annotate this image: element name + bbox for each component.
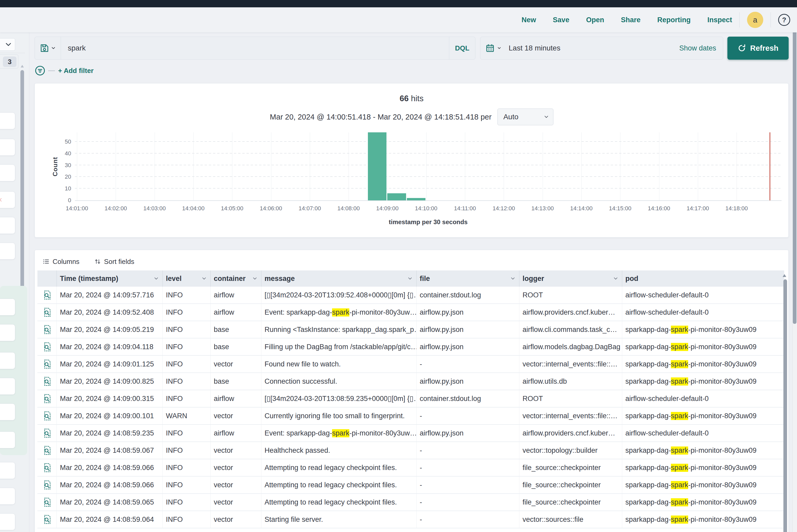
calendar-menu-button[interactable] [480,44,504,53]
sort-fields-button[interactable]: Sort fields [94,258,134,266]
chevron-down-icon [202,276,207,281]
column-header-time-timestamp-[interactable]: Time (timestamp) [57,270,163,287]
collapsed-sidebar: 3 × [0,33,29,532]
expand-document-button[interactable] [37,304,57,321]
cell-pod: airflow-scheduler-default-0 [622,304,783,321]
top-dark-bar [0,0,797,7]
cell-time: Mar 20, 2024 @ 14:09:00.101 [57,407,163,424]
help-icon[interactable]: ? [778,14,790,26]
columns-button[interactable]: Columns [43,258,79,266]
expand-document-button[interactable] [37,390,57,407]
sidebar-collapse-button[interactable] [0,38,15,51]
sidebar-scroll-up-arrow[interactable] [21,65,24,68]
field-card[interactable] [0,299,15,316]
x-axis-line [75,201,782,201]
expand-document-button[interactable] [37,339,57,355]
column-header-logger[interactable]: logger [519,270,622,287]
nav-new[interactable]: New [521,16,536,24]
column-header-message[interactable]: message [261,270,416,287]
expand-document-button[interactable] [37,459,57,476]
field-card[interactable] [0,165,15,181]
inspect-document-icon [43,290,52,300]
expand-document-button[interactable] [37,373,57,390]
column-header-container[interactable]: container [210,270,261,287]
cell-file: - [416,477,519,493]
nav-inspect[interactable]: Inspect [707,16,732,24]
field-card[interactable] [0,139,15,156]
expand-document-button[interactable] [37,425,57,441]
cell-file: container.stdout.log [416,390,519,407]
inspect-document-icon [43,428,52,438]
cell-container: airflow [210,425,261,441]
field-card[interactable]: × [0,191,15,208]
histogram-bar[interactable] [407,198,425,201]
chart-plot[interactable]: 14:01:0014:02:0014:03:0014:04:0014:05:00… [75,132,782,201]
cell-level: INFO [163,356,210,373]
x-tick-label: 14:17:00 [687,205,709,212]
column-header-file[interactable]: file [416,270,519,287]
column-header-pod[interactable]: pod [622,270,783,287]
refresh-button[interactable]: Refresh [727,37,789,60]
add-filter-button[interactable]: + Add filter [58,67,94,75]
current-time-marker [770,132,770,201]
filter-icon[interactable] [35,65,45,76]
cell-message: Filling up the DagBag from /stackable/ap… [261,339,416,355]
table-scrollbar[interactable] [783,279,787,532]
nav-share[interactable]: Share [621,16,641,24]
cell-time: Mar 20, 2024 @ 14:08:59.067 [57,442,163,459]
expand-document-button[interactable] [37,442,57,459]
remove-field-icon[interactable]: × [0,195,2,204]
page-scrollbar[interactable] [793,15,796,324]
interval-value: Auto [503,113,519,121]
histogram-bar[interactable] [387,193,406,201]
expand-document-button[interactable] [37,511,57,528]
cell-file: - [416,407,519,424]
nav-reporting[interactable]: Reporting [657,16,691,24]
nav-open[interactable]: Open [586,16,604,24]
x-gridline [465,132,465,201]
table-row: Mar 20, 2024 @ 14:09:52.408INFOairflowEv… [37,304,784,321]
calendar-icon [486,44,495,53]
field-card[interactable] [0,488,15,505]
interval-select[interactable]: Auto [497,109,553,125]
refresh-icon [738,44,746,52]
show-dates-link[interactable]: Show dates [679,44,716,52]
cell-file: - [416,356,519,373]
expand-document-button[interactable] [37,494,57,511]
expand-document-button[interactable] [37,321,57,338]
field-card[interactable] [0,352,15,369]
time-range-value[interactable]: Last 18 minutes [509,44,679,52]
field-card[interactable] [0,324,15,341]
field-card[interactable] [0,462,15,479]
cell-level: INFO [163,425,210,441]
expand-document-button[interactable] [37,356,57,373]
cell-pod: sparkapp-dag-spark-pi-monitor-80y3uw09 [622,339,783,355]
field-card[interactable] [0,217,15,234]
field-card[interactable] [0,513,15,530]
column-header-label: file [420,274,430,283]
expand-document-button[interactable] [37,287,57,303]
table-scroll-up-arrow[interactable] [783,274,786,277]
field-card[interactable] [0,243,15,260]
field-card[interactable] [0,403,15,420]
field-card[interactable] [0,112,15,129]
field-card[interactable] [0,432,15,448]
cell-logger: vector::sources::file [519,511,622,528]
x-gridline [737,132,737,201]
histogram-bar[interactable] [368,132,387,201]
cell-file: airflow.py.json [416,321,519,338]
dql-language-button[interactable]: DQL [449,37,475,59]
search-input[interactable]: spark [61,37,449,59]
nav-save[interactable]: Save [553,16,569,24]
expand-document-button[interactable] [37,407,57,424]
sidebar-scrollbar[interactable] [20,70,24,319]
x-gridline [620,132,620,201]
avatar[interactable]: a [747,12,763,28]
cell-message: [▯[34m2024-03-20T13:08:59.235+0000▯[0m] … [261,390,416,407]
y-gridline [75,176,782,177]
field-card[interactable] [0,378,15,395]
cell-logger: ROOT [519,287,622,303]
saved-query-menu-button[interactable] [35,37,61,59]
expand-document-button[interactable] [37,477,57,493]
column-header-level[interactable]: level [163,270,210,287]
